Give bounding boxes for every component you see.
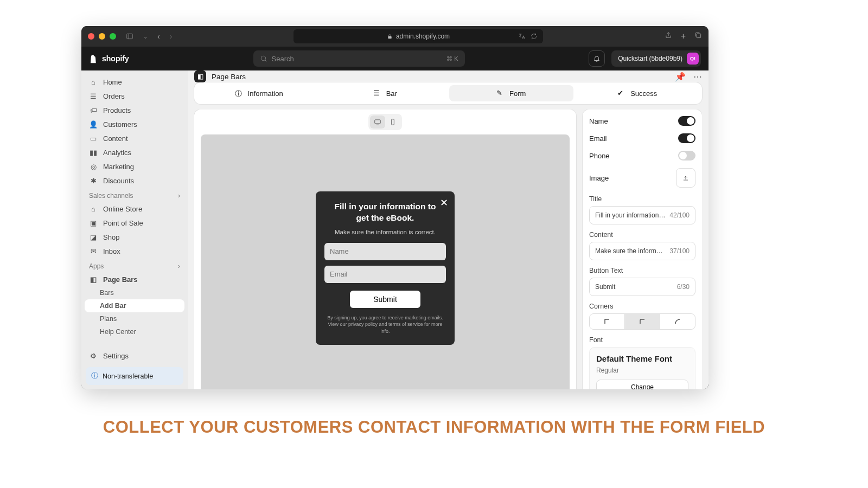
nav-marketing[interactable]: ◎Marketing [81, 159, 188, 174]
mobile-view-button[interactable] [385, 115, 400, 129]
corner-round[interactable] [660, 314, 695, 329]
main-area: ◧ Page Bars 📌 ⋯ ⓘInformation ☰Bar ✎Form … [188, 70, 709, 389]
name-toggle[interactable] [678, 116, 695, 126]
preview-canvas: ✕ Fill in your information to get the eB… [201, 134, 570, 389]
nav-bars[interactable]: Bars [81, 286, 188, 299]
nav-page-bars[interactable]: ◧Page Bars [81, 272, 188, 286]
translate-icon[interactable] [518, 33, 526, 40]
orders-icon: ☰ [89, 92, 98, 100]
change-font-button[interactable]: Change [596, 380, 688, 389]
setting-name: Name [589, 116, 695, 126]
non-transferable-banner[interactable]: ⓘ Non-transferable [86, 367, 183, 385]
desktop-view-button[interactable] [370, 115, 385, 129]
phone-toggle[interactable] [678, 151, 695, 160]
slight-corner-icon [639, 318, 646, 325]
close-icon[interactable]: ✕ [440, 197, 448, 209]
form-icon: ✎ [496, 89, 505, 98]
nav-pos[interactable]: ▣Point of Sale [81, 216, 188, 230]
tabs: ⓘInformation ☰Bar ✎Form ✔Success [194, 82, 702, 104]
more-icon[interactable]: ⋯ [693, 72, 702, 82]
svg-line-5 [265, 60, 266, 61]
search-shortcut: ⌘ K [446, 55, 458, 62]
nav-discounts[interactable]: ✱Discounts [81, 174, 188, 188]
nav-products[interactable]: 🏷Products [81, 103, 188, 117]
nav-shop[interactable]: ◪Shop [81, 230, 188, 244]
url-text: admin.shopify.com [396, 33, 450, 40]
tab-success[interactable]: ✔Success [576, 85, 700, 101]
close-window-button[interactable] [88, 33, 94, 40]
tab-bar[interactable]: ☰Bar [323, 85, 448, 101]
search-bar[interactable]: Search ⌘ K [253, 50, 465, 67]
new-tab-icon[interactable]: + [681, 31, 686, 41]
browser-titlebar: ⌄ ‹ › admin.shopify.com + [81, 26, 709, 47]
content-label: Content [589, 231, 695, 239]
modal-fine-print: By signing up, you agree to receive mark… [324, 314, 446, 335]
button-text-field[interactable]: Submit6/30 [589, 278, 695, 296]
section-apps[interactable]: Apps› [81, 258, 188, 272]
image-upload-button[interactable] [676, 168, 695, 188]
address-bar[interactable]: admin.shopify.com [293, 29, 543, 43]
store-switcher[interactable]: Quickstart (5bde09b9) Q! [611, 50, 701, 67]
corner-square[interactable] [590, 314, 625, 329]
list-icon: ☰ [373, 89, 382, 98]
tabs-icon[interactable] [694, 31, 702, 39]
svg-rect-6 [375, 120, 381, 124]
traffic-lights [88, 33, 116, 40]
content-count: 37/100 [669, 247, 690, 255]
sidebar-toggle-icon[interactable] [126, 33, 133, 40]
device-segmented [368, 114, 402, 130]
bell-icon [593, 55, 601, 62]
nav-online-store[interactable]: ⌂Online Store [81, 202, 188, 216]
home-icon: ⌂ [89, 78, 98, 86]
chevron-down-icon[interactable]: ⌄ [143, 34, 148, 40]
corner-slight[interactable] [625, 314, 660, 329]
email-toggle[interactable] [678, 133, 695, 143]
section-sales-channels[interactable]: Sales channels› [81, 188, 188, 202]
nav-plans[interactable]: Plans [81, 312, 188, 325]
share-icon[interactable] [665, 31, 672, 39]
desktop-icon [374, 118, 381, 126]
target-icon: ◎ [89, 162, 98, 171]
font-weight: Regular [596, 367, 688, 374]
tab-information[interactable]: ⓘInformation [197, 85, 321, 101]
corners-segmented [589, 313, 695, 330]
notifications-button[interactable] [589, 50, 605, 67]
form-modal-preview: ✕ Fill in your information to get the eB… [316, 191, 455, 344]
shop-icon: ◪ [89, 233, 98, 241]
chevron-right-icon: › [178, 262, 180, 270]
font-name: Default Theme Font [596, 354, 688, 363]
page-title-group: ◧ Page Bars [194, 70, 246, 82]
minimize-window-button[interactable] [99, 33, 105, 40]
content-field[interactable]: Make sure the information37/100 [589, 242, 695, 260]
nav-customers[interactable]: 👤Customers [81, 117, 188, 131]
name-input[interactable] [324, 243, 446, 260]
marketing-headline: COLLECT YOUR CUSTOMERS CONTACT INFORMATI… [0, 418, 868, 437]
back-button[interactable]: ‹ [157, 32, 160, 41]
nav-inbox[interactable]: ✉Inbox [81, 244, 188, 258]
maximize-window-button[interactable] [110, 33, 116, 40]
page-actions: 📌 ⋯ [675, 72, 702, 82]
shopify-logo[interactable]: shopify [89, 54, 129, 63]
nav-add-bar[interactable]: Add Bar [85, 299, 184, 312]
nav-settings[interactable]: ⚙Settings [81, 349, 188, 363]
pin-icon[interactable]: 📌 [675, 72, 686, 82]
gear-icon: ⚙ [89, 351, 98, 360]
reload-icon[interactable] [530, 33, 538, 40]
font-label: Font [589, 336, 695, 344]
nav-analytics[interactable]: ▮▮Analytics [81, 145, 188, 159]
nav-content[interactable]: ▭Content [81, 131, 188, 145]
page-header: ◧ Page Bars 📌 ⋯ [188, 70, 709, 82]
check-icon: ✔ [617, 89, 626, 98]
submit-button[interactable]: Submit [350, 291, 420, 308]
discount-icon: ✱ [89, 176, 98, 185]
nav-home[interactable]: ⌂Home [81, 75, 188, 89]
title-field[interactable]: Fill in your information to g42/100 [589, 206, 695, 224]
email-input[interactable] [324, 266, 446, 283]
tab-form[interactable]: ✎Form [449, 85, 573, 101]
upload-icon [682, 174, 690, 182]
app-body: ⌂Home ☰Orders 🏷Products 👤Customers ▭Cont… [81, 70, 709, 389]
person-icon: 👤 [89, 120, 98, 129]
nav-help-center[interactable]: Help Center [81, 325, 188, 338]
nav-orders[interactable]: ☰Orders [81, 89, 188, 103]
address-bar-wrap: admin.shopify.com [172, 29, 664, 43]
